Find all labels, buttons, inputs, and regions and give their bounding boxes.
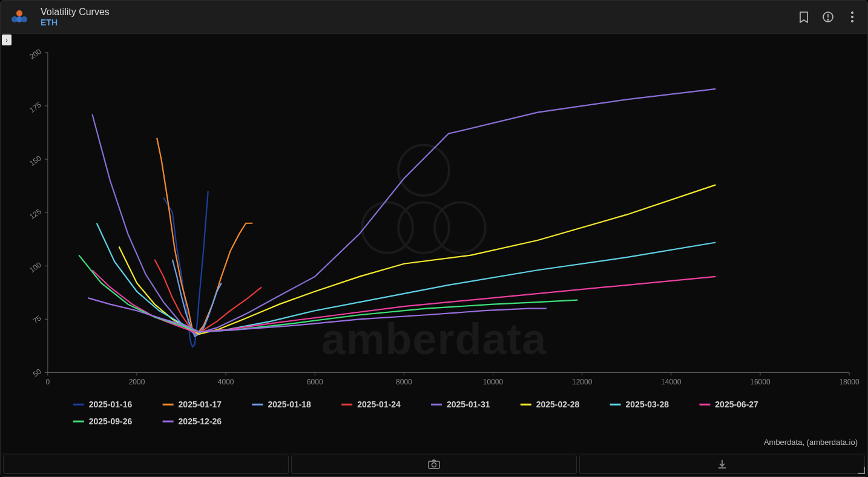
svg-text:125: 125 — [28, 207, 43, 221]
resize-handle-icon[interactable] — [858, 467, 865, 474]
watermark-icon: amberdata — [321, 145, 547, 363]
legend-item[interactable]: 2025-12-26 — [163, 416, 222, 426]
svg-point-9 — [851, 20, 853, 22]
svg-text:0: 0 — [46, 378, 50, 386]
svg-text:75: 75 — [31, 314, 43, 325]
legend-item[interactable]: 2025-03-28 — [610, 400, 669, 409]
svg-text:8000: 8000 — [396, 378, 412, 386]
svg-text:175: 175 — [28, 100, 43, 114]
expand-chevron-icon[interactable]: › — [2, 35, 12, 45]
svg-text:14000: 14000 — [661, 378, 682, 386]
footer-toolbar — [2, 453, 866, 475]
svg-point-6 — [827, 19, 829, 21]
legend-item[interactable]: 2025-01-16 — [73, 400, 133, 409]
svg-text:150: 150 — [28, 154, 43, 168]
svg-text:amberdata: amberdata — [321, 315, 547, 364]
svg-text:2025-12-26: 2025-12-26 — [179, 416, 222, 426]
svg-text:2025-01-16: 2025-01-16 — [89, 400, 133, 409]
svg-text:2000: 2000 — [129, 378, 145, 386]
camera-icon — [428, 459, 440, 469]
svg-text:10000: 10000 — [483, 378, 504, 386]
legend-item[interactable]: 2025-09-26 — [73, 416, 133, 426]
x-axis: 0200040006000800010000120001400016000180… — [46, 372, 860, 386]
svg-text:18000: 18000 — [839, 378, 860, 386]
svg-text:2025-01-17: 2025-01-17 — [179, 400, 222, 409]
y-axis: 5075100125150175200 — [28, 47, 48, 379]
svg-point-72 — [432, 463, 436, 467]
svg-text:100: 100 — [28, 260, 43, 274]
svg-text:2025-09-26: 2025-09-26 — [89, 416, 133, 426]
series-group — [79, 89, 715, 347]
svg-text:2025-06-27: 2025-06-27 — [715, 400, 758, 409]
bookmark-icon[interactable] — [797, 10, 810, 24]
svg-point-10 — [398, 145, 449, 196]
chart-area: amberdata 5075100125150175200 0200040006… — [1, 35, 867, 452]
legend-item[interactable]: 2025-02-28 — [521, 400, 580, 409]
svg-text:4000: 4000 — [218, 378, 234, 386]
amberdata-logo-icon — [9, 8, 30, 25]
legend-item[interactable]: 2025-01-18 — [252, 400, 311, 409]
legend-item[interactable]: 2025-01-24 — [341, 400, 401, 409]
svg-text:2025-01-24: 2025-01-24 — [357, 400, 401, 409]
svg-text:2025-03-28: 2025-03-28 — [626, 400, 669, 409]
alert-icon[interactable] — [821, 10, 835, 24]
panel-title: Volatility Curves — [41, 7, 110, 18]
legend[interactable]: 2025-01-162025-01-172025-01-182025-01-24… — [73, 400, 758, 426]
series-2025-02-28[interactable] — [119, 185, 716, 334]
svg-rect-71 — [429, 461, 439, 469]
legend-item[interactable]: 2025-01-31 — [431, 400, 490, 409]
svg-text:12000: 12000 — [572, 378, 593, 386]
svg-point-8 — [851, 16, 853, 18]
svg-point-0 — [16, 10, 22, 16]
panel-header: Volatility Curves ETH — [1, 1, 867, 34]
screenshot-button[interactable] — [291, 455, 577, 474]
attribution-text: Amberdata, (amberdata.io) — [764, 438, 858, 447]
svg-text:2025-02-28: 2025-02-28 — [536, 400, 580, 409]
download-icon — [717, 459, 728, 470]
legend-item[interactable]: 2025-01-17 — [163, 400, 222, 409]
svg-point-13 — [435, 202, 485, 253]
svg-point-7 — [851, 12, 853, 13]
footer-slot-1[interactable] — [3, 455, 289, 474]
legend-item[interactable]: 2025-06-27 — [699, 400, 758, 409]
svg-text:50: 50 — [31, 367, 43, 378]
svg-text:2025-01-31: 2025-01-31 — [447, 400, 490, 409]
svg-point-3 — [21, 16, 27, 22]
download-button[interactable] — [579, 455, 865, 474]
svg-text:200: 200 — [28, 47, 43, 61]
svg-text:2025-01-18: 2025-01-18 — [268, 400, 311, 409]
panel-subtitle[interactable]: ETH — [41, 18, 110, 27]
kebab-menu-icon[interactable] — [846, 10, 859, 24]
svg-text:16000: 16000 — [750, 378, 771, 386]
svg-text:6000: 6000 — [307, 378, 323, 386]
